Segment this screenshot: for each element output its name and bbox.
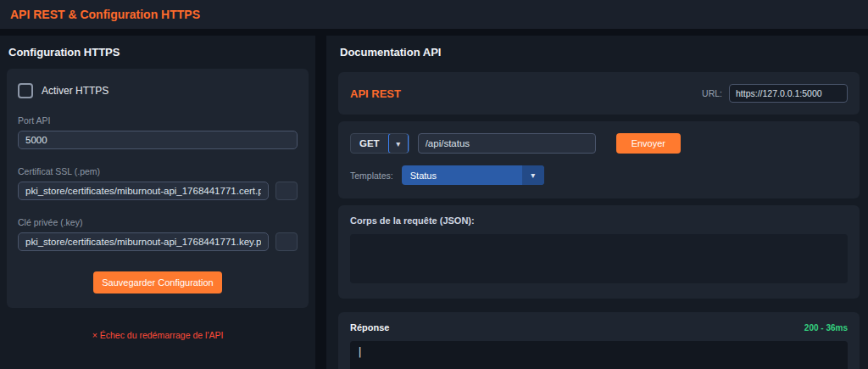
request-body-label: Corps de la requête (JSON): [350,215,848,226]
api-restart-error-message: × Échec du redémarrage de l'API [7,330,309,340]
private-key-browse-button[interactable] [275,232,298,251]
template-selected-value: Status [402,171,445,181]
template-select[interactable]: Status ▾ [402,165,544,185]
templates-row: Templates: Status ▾ [350,165,848,185]
ssl-cert-input[interactable] [18,182,269,200]
request-body-card: Corps de la requête (JSON): [338,205,860,299]
documentation-api-panel: Documentation API API REST URL: GET ▾ En [326,36,868,369]
http-method-select[interactable]: GET ▾ [350,133,409,154]
port-api-label: Port API [18,115,298,126]
private-key-label: Clé privée (.key) [18,217,298,227]
request-body-textarea[interactable] [350,234,848,283]
config-https-panel: Configuration HTTPS Activer HTTPS Port A… [0,36,315,369]
app-window: API REST & Configuration HTTPS Configura… [0,0,868,369]
private-key-row [18,227,298,251]
page-title: API REST & Configuration HTTPS [10,8,200,21]
activate-https-checkbox[interactable] [18,83,33,98]
api-rest-title: API REST [350,87,401,100]
activate-https-label: Activer HTTPS [42,85,108,97]
app-header: API REST & Configuration HTTPS [0,0,868,29]
chevron-down-icon: ▾ [388,133,409,154]
port-api-input[interactable] [18,131,298,149]
api-url-label: URL: [702,88,722,98]
ssl-cert-browse-button[interactable] [275,182,298,200]
ssl-cert-row [18,176,298,200]
chevron-down-icon: ▾ [522,165,544,185]
response-card: Réponse 200 - 36ms | [338,312,860,369]
api-url-input[interactable] [729,84,848,103]
response-header: Réponse 200 - 36ms [350,322,848,333]
doc-panel-title: Documentation API [338,46,860,59]
config-panel-title: Configuration HTTPS [7,46,309,59]
response-output: | [350,341,848,369]
ssl-cert-label: Certificat SSL (.pem) [18,166,298,176]
templates-label: Templates: [350,171,393,181]
private-key-input[interactable] [18,232,269,251]
api-url-group: URL: [702,84,848,103]
request-builder-card: GET ▾ Envoyer Templates: Status ▾ [338,121,860,198]
api-rest-card: API REST URL: [338,72,860,115]
endpoint-input[interactable] [418,133,596,154]
request-row: GET ▾ Envoyer [350,133,848,154]
send-request-button[interactable]: Envoyer [616,133,681,154]
response-status-badge: 200 - 36ms [804,323,848,333]
response-title: Réponse [350,322,389,333]
http-method-value: GET [351,138,388,148]
save-config-button[interactable]: Sauvegarder Configuration [93,271,221,294]
main-layout: Configuration HTTPS Activer HTTPS Port A… [0,36,868,369]
config-card: Activer HTTPS Port API Certificat SSL (.… [7,69,309,308]
activate-https-row: Activer HTTPS [18,83,298,98]
